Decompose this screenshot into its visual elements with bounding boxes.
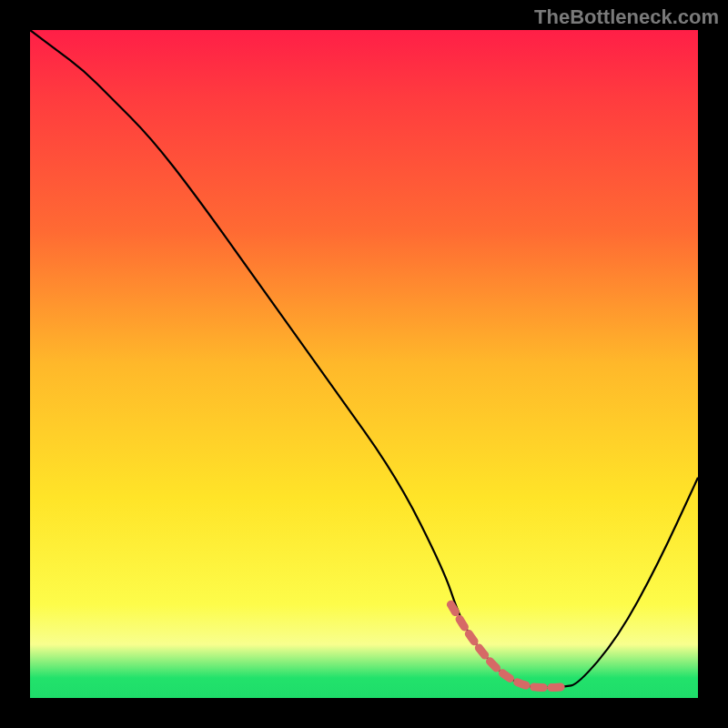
plot-area [30, 30, 698, 698]
marker-curve [450, 604, 564, 687]
chart-frame: TheBottleneck.com [0, 0, 728, 728]
watermark: TheBottleneck.com [534, 5, 719, 29]
main-curve [30, 30, 698, 688]
chart-svg [30, 30, 698, 698]
